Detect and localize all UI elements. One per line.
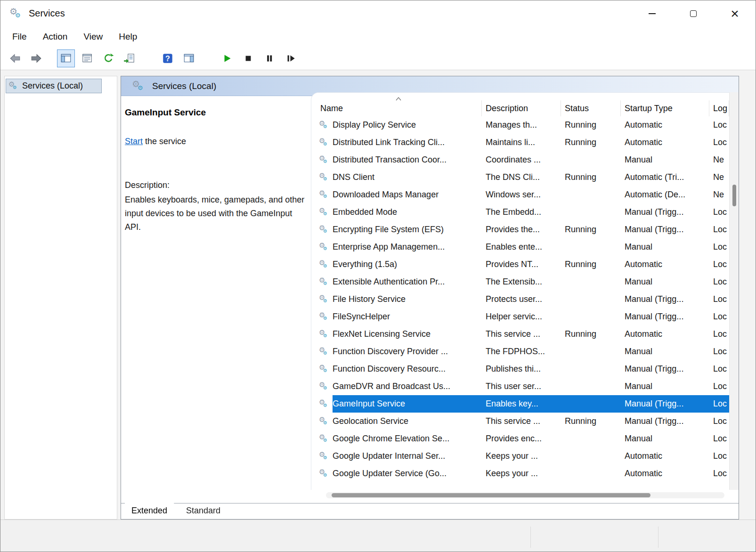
table-row[interactable]: Function Discovery Provider ... The FDPH… (311, 343, 729, 360)
service-name-cell: Geolocation Service (319, 416, 482, 426)
vertical-scrollbar-thumb[interactable] (732, 185, 736, 206)
table-row[interactable]: Enterprise App Managemen... Enables ente… (311, 238, 729, 256)
menu-view[interactable]: View (75, 30, 111, 44)
back-button[interactable] (6, 49, 24, 67)
table-row[interactable]: Display Policy Service Manages th... Run… (311, 116, 729, 134)
table-row[interactable]: GameDVR and Broadcast Us... This user se… (311, 378, 729, 395)
forward-arrow-icon (30, 52, 42, 65)
table-row[interactable]: GameInput Service Enables key... Manual … (311, 395, 729, 413)
service-name: Extensible Authentication Pr... (333, 277, 445, 287)
tab-extended[interactable]: Extended (125, 503, 181, 519)
table-row[interactable]: Embedded Mode The Embedd... Manual (Trig… (311, 203, 729, 221)
service-status: Running (561, 225, 621, 235)
window-title: Services (29, 8, 65, 19)
service-log-on-as: Loc (709, 242, 729, 252)
service-status: Running (561, 120, 621, 130)
service-name-cell: Google Chrome Elevation Se... (319, 434, 482, 444)
service-name: FileSyncHelper (333, 312, 390, 322)
forward-button[interactable] (27, 49, 45, 67)
service-description: The DNS Cli... (482, 172, 561, 182)
service-log-on-as: Loc (709, 329, 729, 339)
horizontal-scrollbar[interactable] (326, 492, 724, 498)
service-name-cell: FlexNet Licensing Service (319, 329, 482, 339)
service-description: Publishes thi... (482, 364, 561, 374)
start-service-button[interactable] (218, 49, 236, 67)
column-header-startup-type[interactable]: Startup Type (621, 100, 709, 116)
titlebar[interactable]: Services × (0, 0, 756, 26)
table-row[interactable]: Extensible Authentication Pr... The Exte… (311, 273, 729, 291)
service-startup-type: Manual (Trigg... (621, 312, 709, 322)
column-header-description[interactable]: Description (482, 100, 561, 116)
stop-service-button[interactable] (239, 49, 257, 67)
service-name: DNS Client (333, 172, 374, 182)
minimize-button[interactable] (631, 0, 673, 26)
tree-item-label: Services (Local) (22, 81, 83, 91)
show-hide-console-tree-button[interactable] (57, 49, 75, 67)
help-button[interactable]: ? (159, 49, 177, 67)
service-status: Running (561, 329, 621, 339)
table-row[interactable]: Function Discovery Resourc... Publishes … (311, 360, 729, 378)
restart-icon (285, 52, 297, 65)
service-startup-type: Automatic (Tri... (621, 172, 709, 182)
table-row[interactable]: Google Updater Service (Go... Keeps your… (311, 465, 729, 482)
menu-file[interactable]: File (4, 30, 35, 44)
maximize-button[interactable] (673, 0, 714, 26)
table-row[interactable]: Distributed Transaction Coor... Coordina… (311, 151, 729, 169)
service-description: Provides NT... (482, 260, 561, 269)
service-name: Enterprise App Managemen... (333, 242, 445, 252)
table-row[interactable]: File History Service Protects user... Ma… (311, 291, 729, 308)
menubar: File Action View Help (0, 26, 756, 47)
service-description: Keeps your ... (482, 451, 561, 461)
table-row[interactable]: Geolocation Service This service ... Run… (311, 413, 729, 430)
column-header-name[interactable]: Name (319, 100, 482, 116)
table-row[interactable]: FlexNet Licensing Service This service .… (311, 325, 729, 343)
restart-service-button[interactable] (282, 49, 300, 67)
table-row[interactable]: FileSyncHelper Helper servic... Manual (… (311, 308, 729, 325)
close-icon: × (731, 7, 739, 21)
refresh-button[interactable] (99, 49, 117, 67)
horizontal-scrollbar-thumb[interactable] (332, 493, 650, 497)
service-startup-type: Manual (621, 277, 709, 287)
vertical-scrollbar[interactable] (729, 92, 739, 490)
service-gear-icon (319, 452, 331, 461)
table-row[interactable]: Encrypting File System (EFS) Provides th… (311, 221, 729, 238)
service-log-on-as: Loc (709, 207, 729, 217)
service-gear-icon (319, 138, 331, 147)
service-log-on-as: Ne (709, 190, 729, 200)
menu-help[interactable]: Help (111, 30, 145, 44)
table-row[interactable]: Distributed Link Tracking Cli... Maintai… (311, 134, 729, 151)
service-name-cell: Downloaded Maps Manager (319, 190, 482, 200)
table-row[interactable]: Everything (1.5a) Provides NT... Running… (311, 256, 729, 273)
show-hide-action-pane-button[interactable] (180, 49, 198, 67)
service-description: Maintains li... (482, 138, 561, 147)
service-name: Display Policy Service (333, 120, 416, 130)
tab-standard[interactable]: Standard (179, 503, 235, 518)
service-description: Manages th... (482, 120, 561, 130)
service-name-cell: Encrypting File System (EFS) (319, 225, 482, 235)
service-name: Google Updater Internal Ser... (333, 451, 445, 461)
start-service-link[interactable]: Start (125, 137, 143, 146)
table-row[interactable]: Downloaded Maps Manager Windows ser... A… (311, 186, 729, 203)
column-header-log-on-as[interactable]: Log (709, 100, 729, 116)
table-row[interactable]: Google Chrome Elevation Se... Provides e… (311, 430, 729, 447)
properties-button[interactable] (78, 49, 96, 67)
pause-service-button[interactable] (260, 49, 278, 67)
service-name-cell: GameInput Service (319, 399, 482, 409)
export-list-button[interactable] (121, 49, 138, 67)
service-startup-type: Manual (621, 434, 709, 444)
column-header-status[interactable]: Status (561, 100, 621, 116)
service-log-on-as: Ne (709, 155, 729, 165)
list-header-row: Name Description Status Startup Type Log (311, 100, 729, 116)
service-gear-icon (319, 173, 331, 182)
service-gear-icon (319, 295, 331, 304)
table-row[interactable]: Google Updater Internal Ser... Keeps you… (311, 447, 729, 465)
service-description: This service ... (482, 416, 561, 426)
service-gear-icon (319, 208, 331, 217)
table-row[interactable]: DNS Client The DNS Cli... Running Automa… (311, 169, 729, 186)
service-gear-icon (319, 277, 331, 287)
service-list: Name Description Status Startup Type Log… (311, 92, 729, 490)
minimize-icon (649, 13, 656, 14)
menu-action[interactable]: Action (35, 30, 76, 44)
tree-item-services-local[interactable]: Services (Local) (6, 79, 102, 93)
close-button[interactable]: × (714, 0, 756, 26)
